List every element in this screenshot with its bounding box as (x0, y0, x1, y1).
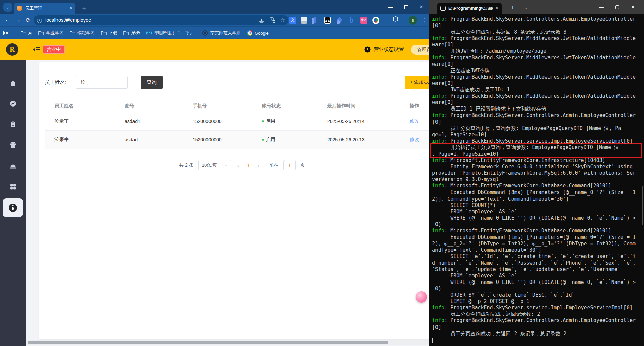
sidebar-fold-icon[interactable] (33, 46, 40, 54)
terminal-log-line: verVersion 9.3.0-mysql (432, 176, 643, 183)
bookmark-item[interactable]: AI (21, 30, 32, 36)
terminal-scrollbar-thumb[interactable] (642, 186, 643, 225)
document-extension-icon[interactable] (301, 17, 307, 24)
bookmark-item[interactable]: 弟弟 (123, 30, 140, 36)
table-row: 泣豪宇asdad115200000000启用2025-05-26 20:14修改… (45, 112, 429, 131)
tab-close-icon[interactable]: ✕ (69, 6, 73, 11)
sidebar-item-gift[interactable] (0, 137, 26, 153)
admin-menu-button[interactable]: 管理员 (411, 45, 429, 55)
terminal-tab[interactable]: c:\ E:\Programming\C#\sky-take- ✕ (437, 3, 502, 14)
site-info-icon[interactable]: i (37, 18, 42, 23)
bookmark-item[interactable]: 学业学习 (38, 30, 64, 36)
apps-grid-icon[interactable] (3, 31, 8, 35)
browser-toolbar: ← → ⟳ i localhost/#/employee 文 ☆ (0, 14, 429, 26)
edit-link[interactable]: 修改 (410, 137, 419, 143)
sidebar-item-stats[interactable] (0, 96, 26, 112)
browser-menu-icon[interactable]: ⋮ (422, 17, 427, 23)
query-button[interactable]: 查询 (141, 76, 163, 89)
google-icon (247, 30, 253, 36)
bookmark-label: 哔哩哔哩 ( ゜- ゜)つ... (154, 30, 196, 36)
action-divider: | (424, 137, 426, 142)
stats-extension-icon[interactable] (312, 17, 319, 24)
tab-search-button[interactable]: ⌄ (3, 3, 12, 12)
back-icon[interactable]: ← (3, 17, 13, 24)
terminal-log-line: ware[0] (432, 99, 643, 106)
terminal-tab-close-icon[interactable]: ✕ (495, 6, 499, 11)
forward-icon[interactable]: → (13, 17, 23, 24)
terminal-log-line: 开始JWT验证: /admin/employee/page (432, 48, 643, 54)
translate-icon[interactable]: 文 (270, 17, 275, 23)
extensions-puzzle-icon[interactable] (393, 16, 399, 24)
edit-link[interactable]: 修改 (410, 118, 419, 124)
goto-page-input[interactable] (283, 160, 296, 170)
bookmark-item[interactable]: 编程学习 (70, 30, 95, 36)
terminal-output[interactable]: info: ProgramBackEnd.SkyServer.Controlle… (429, 14, 644, 346)
profile-avatar[interactable]: s (409, 16, 417, 25)
gem-extension-icon[interactable] (336, 17, 343, 24)
browser-minimize-button[interactable]: — (383, 0, 398, 14)
terminal-log-line: 员工分页查询成功完成，返回记录数: 2 (432, 311, 643, 317)
browser-tab[interactable]: 员工管理 ✕ (14, 3, 75, 14)
total-count: 共 2 条 (179, 162, 194, 168)
terminal-minimize-button[interactable]: — (594, 0, 609, 14)
bing-extension-icon[interactable] (348, 17, 355, 24)
bookmark-item[interactable]: 哔哩哔哩 ( ゜- ゜)つ... (146, 30, 196, 36)
column-header: 手机号 (183, 103, 252, 109)
current-page[interactable]: 1 (245, 163, 252, 168)
terminal-close-button[interactable]: ✕ (625, 0, 641, 14)
terminal-log-line: `Status`, `e`.`update_time`, `e`.`update… (432, 266, 643, 273)
bookmark-item[interactable]: Google (247, 30, 269, 36)
horizontal-scrollbar[interactable] (26, 340, 429, 345)
terminal-log-line: 员工分页查询成功，共返回 8 条记录，总记录数 8 (432, 29, 643, 35)
terminal-log-line: info: ProgramBackEnd.SkyServer.Middlewar… (432, 55, 643, 61)
folder-icon (101, 30, 107, 36)
floating-assistant-button[interactable] (416, 291, 427, 303)
sidebar-item-tie[interactable] (0, 200, 26, 216)
robot-extension-icon[interactable] (324, 17, 331, 24)
terminal-log-line: ware[0] (432, 61, 643, 68)
sidebar-item-clipboard[interactable] (0, 116, 26, 132)
bookmarks-divider (14, 30, 14, 36)
sidebar-item-grid[interactable] (0, 179, 26, 195)
address-bar[interactable]: i localhost/#/employee 文 ☆ (34, 15, 288, 25)
bookmark-label: 编程学习 (77, 30, 95, 36)
browser-tab-strip: ⌄ 员工管理 ✕ + — ✕ (0, 0, 429, 14)
bookmark-label: 南京师范大学新 (210, 30, 241, 36)
terminal-log-line: info: ProgramBackEnd.SkyServer.service.I… (432, 138, 643, 144)
bookmark-star-icon[interactable]: ☆ (280, 17, 285, 23)
employee-name-input[interactable] (76, 76, 128, 89)
bookmark-item[interactable]: 南京师范大学新 (202, 30, 241, 36)
scrollbar-thumb[interactable] (28, 341, 388, 344)
next-page-button[interactable]: › (256, 163, 261, 168)
install-icon[interactable] (259, 18, 264, 23)
google-translate-extension-icon[interactable] (289, 17, 296, 24)
screen: ⌄ 员工管理 ✕ + — ✕ ← → ⟳ i localhost/#/emplo… (0, 0, 644, 346)
toolbar-divider (404, 17, 404, 23)
browser-close-button[interactable]: ✕ (414, 0, 429, 14)
terminal-log-line: 员工分页查询开始，查询参数: EmployeePageQueryDTO [Nam… (432, 125, 643, 132)
browser-window: ⌄ 员工管理 ✕ + — ✕ ← → ⟳ i localhost/#/emplo… (0, 0, 429, 346)
sidebar-item-cloche[interactable] (0, 158, 26, 174)
url-text[interactable]: localhost/#/employee (45, 17, 259, 23)
pink-translate-extension-icon[interactable] (360, 17, 367, 24)
column-header: 账号状态 (252, 103, 317, 109)
terminal-log-line: 开始执行员工分页查询，查询参数: EmployeePageQueryDTO [N… (432, 144, 641, 151)
sidebar-item-home[interactable] (0, 75, 26, 91)
terminal-dropdown-button[interactable]: ⌄ (521, 3, 530, 13)
bookmark-label: 弟弟 (131, 30, 140, 36)
add-employee-button[interactable]: + 添加员工 (405, 76, 429, 89)
terminal-log-line: 员工ID 1 已设置到请求上下文和线程存储 (432, 106, 643, 112)
browser-maximize-button[interactable] (398, 0, 414, 14)
reload-icon[interactable]: ⟳ (23, 17, 33, 24)
prev-page-button[interactable]: ‹ (236, 163, 240, 168)
page-size-select[interactable]: 10条/页 ⌄ (198, 160, 231, 170)
table-row: 泣豪宇asdad15200000000启用2025-05-26 20:13修改|… (45, 131, 429, 149)
business-status-setting[interactable]: 营业状态设置 (364, 39, 404, 60)
bookmark-label: AI (28, 31, 32, 36)
bookmark-item[interactable]: 下载 (101, 30, 117, 36)
idm-extension-icon[interactable] (372, 17, 379, 24)
terminal-maximize-button[interactable] (609, 0, 625, 14)
page-size-value: 10条/页 (202, 162, 217, 168)
new-tab-button[interactable]: + (79, 4, 89, 13)
terminal-new-tab-button[interactable]: + (507, 3, 518, 13)
